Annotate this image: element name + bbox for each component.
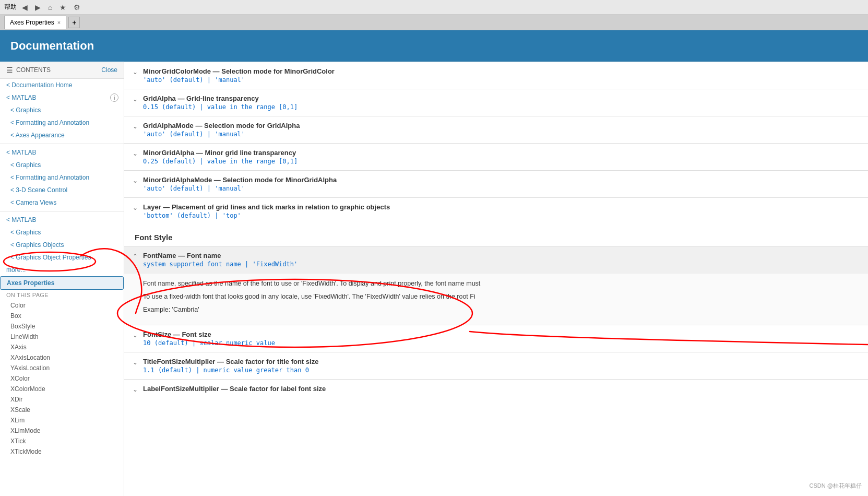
info-button[interactable]: i xyxy=(110,93,118,102)
doc-title: Documentation xyxy=(10,39,94,53)
sidebar-more-link[interactable]: more... xyxy=(0,264,124,276)
prop-subtitle: system supported font name | 'FixedWidth… xyxy=(143,261,298,268)
toc-box[interactable]: Box xyxy=(0,311,124,321)
sidebar-item-graphics1[interactable]: < Graphics xyxy=(0,104,124,116)
toc-xaxis[interactable]: XAxis xyxy=(0,342,124,352)
prop-title: MinorGridAlphaMode — Selection mode for … xyxy=(143,176,337,184)
home-button[interactable]: ⌂ xyxy=(46,2,54,13)
sidebar-item-camera-views[interactable]: < Camera Views xyxy=(0,196,124,209)
sidebar-item-doc-home[interactable]: < Documentation Home xyxy=(0,79,124,91)
sidebar-item-graphics3[interactable]: < Graphics xyxy=(0,226,124,239)
sidebar-item-formatting1[interactable]: < Formatting and Annotation xyxy=(0,116,124,129)
prop-header-title-font-mult[interactable]: ⌄ TitleFontSizeMultiplier — Scale factor… xyxy=(124,352,868,379)
prop-header-layer[interactable]: ⌄ Layer — Placement of grid lines and ti… xyxy=(124,198,868,225)
forward-button[interactable]: ▶ xyxy=(33,2,43,13)
toc-xaxislocation[interactable]: XAxisLocation xyxy=(0,352,124,363)
prop-minor-grid-color-mode: ⌄ MinorGridColorMode — Selection mode fo… xyxy=(124,62,868,89)
chevron-icon: ⌄ xyxy=(133,96,139,103)
chevron-icon: ⌄ xyxy=(133,150,139,157)
chevron-icon: ⌄ xyxy=(133,177,139,184)
font-name-desc-line1: Font name, specified as the name of the … xyxy=(143,279,849,289)
sidebar-item-graphics-objects[interactable]: < Graphics Objects xyxy=(0,239,124,251)
prop-grid-alpha-mode: ⌄ GridAlphaMode — Selection mode for Gri… xyxy=(124,116,868,143)
app-title-bar: 帮助 ◀ ▶ ⌂ ★ ⚙ xyxy=(0,0,868,15)
prop-minor-grid-alpha-mode: ⌄ MinorGridAlphaMode — Selection mode fo… xyxy=(124,170,868,197)
sidebar-item-axes-appearance[interactable]: < Axes Appearance xyxy=(0,129,124,141)
prop-subtitle: 'auto' (default) | 'manual' xyxy=(143,131,300,138)
sidebar-scroll: < Documentation Home < MATLAB i < Graphi… xyxy=(0,79,124,496)
font-name-desc-line2: To use a fixed-width font that looks goo… xyxy=(143,292,849,302)
app-title: 帮助 xyxy=(4,3,17,11)
prop-minor-grid-alpha: ⌄ MinorGridAlpha — Minor grid line trans… xyxy=(124,143,868,170)
prop-header-label-font-mult[interactable]: ⌄ LabelFontSizeMultiplier — Scale factor… xyxy=(124,380,868,399)
prop-title: FontSize — Font size xyxy=(143,330,275,338)
toc-xcolor[interactable]: XColor xyxy=(0,373,124,384)
tab-close-button[interactable]: × xyxy=(57,19,61,26)
content-area: ⌄ MinorGridColorMode — Selection mode fo… xyxy=(124,62,868,496)
prop-header-minor-grid-alpha[interactable]: ⌄ MinorGridAlpha — Minor grid line trans… xyxy=(124,144,868,170)
font-name-desc-line3: Example: 'Cambria' xyxy=(143,305,849,315)
sidebar-item-matlab2[interactable]: < MATLAB xyxy=(0,146,124,159)
sidebar: ☰ CONTENTS Close < Documentation Home < … xyxy=(0,62,124,496)
back-button[interactable]: ◀ xyxy=(20,2,30,13)
toc-xscale[interactable]: XScale xyxy=(0,405,124,415)
watermark: CSDN @桂花年糕仔 xyxy=(810,482,862,490)
prop-body-font-name: Font name, specified as the name of the … xyxy=(124,273,868,325)
prop-subtitle: 1.1 (default) | numeric value greater th… xyxy=(143,367,318,374)
toc-xcolormode[interactable]: XColorMode xyxy=(0,384,124,394)
sidebar-item-graphics-obj-props[interactable]: < Graphics Object Properties xyxy=(0,251,124,264)
doc-header: Documentation xyxy=(0,30,868,62)
tab-bar: Axes Properties × + xyxy=(0,15,868,30)
toc-color[interactable]: Color xyxy=(0,300,124,311)
sidebar-item-matlab1[interactable]: < MATLAB xyxy=(0,91,42,104)
prop-subtitle: 0.25 (default) | value in the range [0,1… xyxy=(143,158,298,165)
prop-title: TitleFontSizeMultiplier — Scale factor f… xyxy=(143,358,318,365)
prop-title: LabelFontSizeMultiplier — Scale factor f… xyxy=(143,385,326,393)
prop-header-minor-grid-alpha-mode[interactable]: ⌄ MinorGridAlphaMode — Selection mode fo… xyxy=(124,171,868,197)
toc-xlim[interactable]: XLim xyxy=(0,415,124,426)
toc-xdir[interactable]: XDir xyxy=(0,394,124,405)
chevron-icon: ⌄ xyxy=(133,68,139,76)
toc-xtickmode[interactable]: XTickMode xyxy=(0,446,124,457)
toc-xtick[interactable]: XTick xyxy=(0,436,124,446)
on-this-page-label: ON THIS PAGE xyxy=(0,290,124,300)
prop-header-grid-alpha[interactable]: ⌄ GridAlpha — Grid-line transparency 0.1… xyxy=(124,89,868,116)
toc-yaxislocation[interactable]: YAxisLocation xyxy=(0,363,124,373)
prop-title: MinorGridColorMode — Selection mode for … xyxy=(143,67,335,75)
contents-label: CONTENTS xyxy=(16,66,51,74)
prop-title-font-mult: ⌄ TitleFontSizeMultiplier — Scale factor… xyxy=(124,352,868,379)
tab-axes-properties[interactable]: Axes Properties × xyxy=(4,16,66,29)
prop-title: FontName — Font name xyxy=(143,252,298,259)
sidebar-item-axes-properties-active[interactable]: Axes Properties xyxy=(0,276,124,290)
chevron-icon: ⌄ xyxy=(133,386,139,393)
toc-boxstyle[interactable]: BoxStyle xyxy=(0,321,124,332)
prop-header-minor-grid-color-mode[interactable]: ⌄ MinorGridColorMode — Selection mode fo… xyxy=(124,62,868,89)
chevron-icon: ⌄ xyxy=(133,204,139,211)
sidebar-item-formatting2[interactable]: < Formatting and Annotation xyxy=(0,171,124,184)
prop-subtitle: 0.15 (default) | value in the range [0,1… xyxy=(143,103,298,111)
chevron-icon: ⌄ xyxy=(133,332,139,339)
favorites-button[interactable]: ★ xyxy=(57,2,68,13)
sidebar-item-matlab3[interactable]: < MATLAB xyxy=(0,214,124,226)
divider1 xyxy=(0,144,124,144)
chevron-icon: ⌄ xyxy=(133,123,139,130)
sidebar-item-scene3d[interactable]: < 3-D Scene Control xyxy=(0,184,124,196)
toc-linewidth[interactable]: LineWidth xyxy=(0,332,124,342)
chevron-icon: ⌄ xyxy=(133,359,139,366)
prop-subtitle: 'bottom' (default) | 'top' xyxy=(143,212,390,219)
font-style-section-title: Font Style xyxy=(124,225,868,246)
prop-subtitle: 'auto' (default) | 'manual' xyxy=(143,76,335,84)
prop-header-font-size[interactable]: ⌄ FontSize — Font size 10 (default) | sc… xyxy=(124,325,868,352)
prop-title: GridAlphaMode — Selection mode for GridA… xyxy=(143,122,300,129)
divider2 xyxy=(0,211,124,211)
prop-header-font-name[interactable]: ⌃ FontName — Font name system supported … xyxy=(124,246,868,273)
prop-subtitle: 10 (default) | scalar numeric value xyxy=(143,339,275,347)
toc-xlimmode[interactable]: XLimMode xyxy=(0,426,124,436)
prop-title: MinorGridAlpha — Minor grid line transpa… xyxy=(143,149,298,157)
prop-header-grid-alpha-mode[interactable]: ⌄ GridAlphaMode — Selection mode for Gri… xyxy=(124,116,868,143)
settings-button[interactable]: ⚙ xyxy=(72,2,82,13)
sidebar-item-graphics2[interactable]: < Graphics xyxy=(0,159,124,171)
tab-label: Axes Properties xyxy=(10,19,54,26)
new-tab-button[interactable]: + xyxy=(68,17,80,28)
sidebar-close-link[interactable]: Close xyxy=(101,66,117,74)
